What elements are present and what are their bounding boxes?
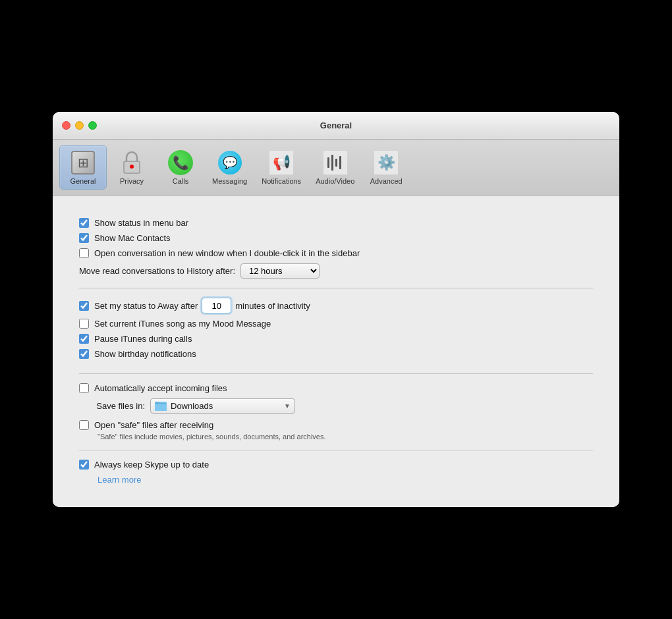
toolbar: ⊞ General Privacy 📞 Calls (53, 140, 619, 196)
show-birthday-notifications-checkbox[interactable] (79, 349, 89, 359)
svg-rect-2 (327, 157, 329, 168)
section-update: Always keep Skype up to date Learn more (79, 450, 593, 494)
save-files-dropdown[interactable]: Downloads ▼ (150, 398, 295, 414)
calls-icon: 📞 (167, 149, 194, 176)
close-button[interactable] (62, 121, 70, 130)
learn-more-link[interactable]: Learn more (98, 475, 593, 485)
toolbar-item-messaging[interactable]: 💬 Messaging (206, 146, 254, 189)
show-birthday-notifications-label: Show birthday notifications (94, 349, 196, 359)
toolbar-item-general[interactable]: ⊞ General (59, 145, 107, 190)
folder-dropdown-arrow: ▼ (284, 402, 291, 410)
set-status-away-suffix: minutes of inactivity (235, 301, 310, 311)
messaging-icon: 💬 (217, 149, 243, 176)
set-status-away-prefix: Set my status to Away after (94, 301, 198, 311)
move-read-conversations-dropdown[interactable]: Never 1 hour 6 hours 12 hours 1 day 1 we… (240, 263, 320, 279)
advanced-icon: ⚙️ (373, 149, 399, 176)
open-safe-files-label: Open "safe" files after receiving (94, 420, 213, 430)
toolbar-label-general: General (70, 177, 96, 185)
open-conversation-new-window-label: Open conversation in new window when I d… (94, 248, 360, 258)
toolbar-label-notifications: Notifications (262, 177, 301, 185)
svg-point-1 (130, 165, 134, 169)
section-menu-contacts: Show status in menu bar Show Mac Contact… (79, 209, 593, 288)
save-files-row: Save files in: Downloads ▼ (79, 398, 593, 414)
main-window: General ⊞ General Privacy (53, 112, 619, 507)
auto-accept-files-checkbox[interactable] (79, 383, 89, 393)
notifications-icon: 📢 (268, 149, 294, 176)
safe-files-note: "Safe" files include movies, pictures, s… (98, 433, 593, 441)
save-files-label: Save files in: (79, 401, 145, 411)
toolbar-label-advanced: Advanced (370, 177, 403, 185)
svg-rect-4 (335, 159, 337, 167)
always-keep-up-to-date-checkbox[interactable] (79, 460, 89, 470)
show-mac-contacts-checkbox[interactable] (79, 233, 89, 243)
open-safe-files-row: Open "safe" files after receiving (79, 420, 593, 430)
section-files: Automatically accept incoming files Save… (79, 374, 593, 450)
open-conversation-new-window-row: Open conversation in new window when I d… (79, 248, 593, 258)
traffic-lights (62, 121, 97, 130)
move-read-conversations-row: Move read conversations to History after… (79, 263, 593, 279)
toolbar-item-notifications[interactable]: 📢 Notifications (255, 146, 308, 189)
always-keep-up-to-date-row: Always keep Skype up to date (79, 460, 593, 470)
show-mac-contacts-row: Show Mac Contacts (79, 233, 593, 243)
open-safe-files-checkbox[interactable] (79, 420, 89, 430)
toolbar-item-advanced[interactable]: ⚙️ Advanced (362, 146, 410, 189)
toolbar-item-privacy[interactable]: Privacy (108, 146, 155, 189)
show-status-menu-bar-checkbox[interactable] (79, 218, 89, 228)
set-itunes-song-label: Set current iTunes song as my Mood Messa… (94, 319, 271, 329)
open-conversation-new-window-checkbox[interactable] (79, 248, 89, 258)
section-away-itunes: Set my status to Away after minutes of i… (79, 288, 593, 374)
title-bar: General (53, 112, 619, 140)
show-mac-contacts-label: Show Mac Contacts (94, 233, 171, 243)
show-status-menu-bar-row: Show status in menu bar (79, 218, 593, 228)
save-files-folder-name: Downloads (171, 401, 213, 411)
pause-itunes-row: Pause iTunes during calls (79, 334, 593, 344)
pause-itunes-label: Pause iTunes during calls (94, 334, 192, 344)
toolbar-label-messaging: Messaging (212, 177, 247, 185)
auto-accept-files-label: Automatically accept incoming files (94, 383, 227, 393)
always-keep-up-to-date-label: Always keep Skype up to date (94, 460, 209, 470)
svg-rect-3 (331, 155, 333, 171)
toolbar-item-calls[interactable]: 📞 Calls (157, 146, 204, 189)
toolbar-item-audiovideo[interactable]: Audio/Video (309, 146, 361, 189)
privacy-icon (119, 149, 145, 176)
move-read-conversations-label: Move read conversations to History after… (79, 266, 235, 276)
content-area: Show status in menu bar Show Mac Contact… (53, 196, 619, 507)
folder-icon (155, 402, 167, 411)
toolbar-label-privacy: Privacy (120, 177, 144, 185)
toolbar-label-calls: Calls (173, 177, 188, 185)
toolbar-label-audiovideo: Audio/Video (316, 177, 354, 185)
set-status-away-row: Set my status to Away after minutes of i… (79, 298, 593, 313)
svg-rect-5 (339, 156, 341, 169)
set-status-away-checkbox[interactable] (79, 301, 89, 311)
pause-itunes-checkbox[interactable] (79, 334, 89, 344)
audiovideo-icon (322, 149, 349, 176)
maximize-button[interactable] (88, 121, 97, 130)
auto-accept-files-row: Automatically accept incoming files (79, 383, 593, 393)
show-birthday-notifications-row: Show birthday notifications (79, 349, 593, 359)
away-minutes-input[interactable] (202, 298, 231, 313)
general-icon: ⊞ (70, 149, 96, 176)
set-itunes-song-checkbox[interactable] (79, 319, 89, 329)
show-status-menu-bar-label: Show status in menu bar (94, 218, 188, 228)
window-title: General (320, 121, 352, 130)
set-itunes-song-row: Set current iTunes song as my Mood Messa… (79, 319, 593, 329)
minimize-button[interactable] (75, 121, 84, 130)
